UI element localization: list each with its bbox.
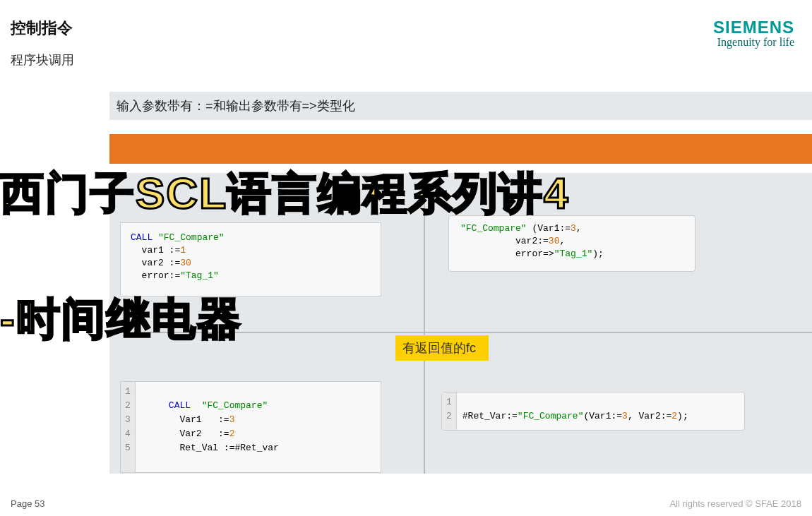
code-snippet-scl-call-1: "FC_Compare" (Var1:=3, var2:=30, error=>… — [448, 215, 695, 272]
code-snippet-stl-call-2: 1 2 3 4 5 CALL "FC_Compare" Var1 :=3 Var… — [120, 381, 381, 473]
logo-brand-text: SIEMENS — [713, 18, 794, 37]
code-content: #Ret_Var:="FC_Compare"(Var1:=3, Var2:=2)… — [457, 392, 694, 430]
header-left: 控制指令 程序块调用 — [11, 18, 74, 68]
copyright-text: All rights reserved © SFAE 2018 — [669, 498, 801, 509]
page-title: 控制指令 — [11, 18, 74, 39]
overlay-headline-2: -时间继电器 — [0, 289, 242, 349]
overlay-headline-1: 西门子SCL语言编程系列讲4 — [0, 164, 569, 223]
page-subtitle: 程序块调用 — [11, 52, 74, 68]
yellow-callout-label: 有返回值的fc — [395, 335, 489, 361]
code-snippet-stl-call-1: CALL "FC_Compare" var1 :=1 var2 :=30 err… — [120, 222, 381, 296]
orange-header-bar — [109, 134, 812, 164]
line-gutter: 1 2 3 4 5 — [121, 382, 136, 472]
code-content: CALL "FC_Compare" Var1 :=3 Var2 :=2 Ret_… — [136, 382, 285, 472]
code-content: "FC_Compare" (Var1:=3, var2:=30, error=>… — [455, 220, 689, 263]
page-number: Page 53 — [11, 498, 44, 509]
code-snippet-scl-call-2: 1 2 #Ret_Var:="FC_Compare"(Var1:=3, Var2… — [441, 392, 745, 431]
code-content: CALL "FC_Compare" var1 :=1 var2 :=30 err… — [125, 229, 376, 285]
siemens-logo: SIEMENS Ingenuity for life — [713, 18, 794, 49]
line-gutter: 1 2 — [442, 392, 457, 430]
info-bar: 输入参数带有：=和输出参数带有=>类型化 — [109, 92, 812, 120]
footer: Page 53 All rights reserved © SFAE 2018 — [0, 498, 812, 509]
logo-tagline: Ingenuity for life — [713, 36, 794, 49]
